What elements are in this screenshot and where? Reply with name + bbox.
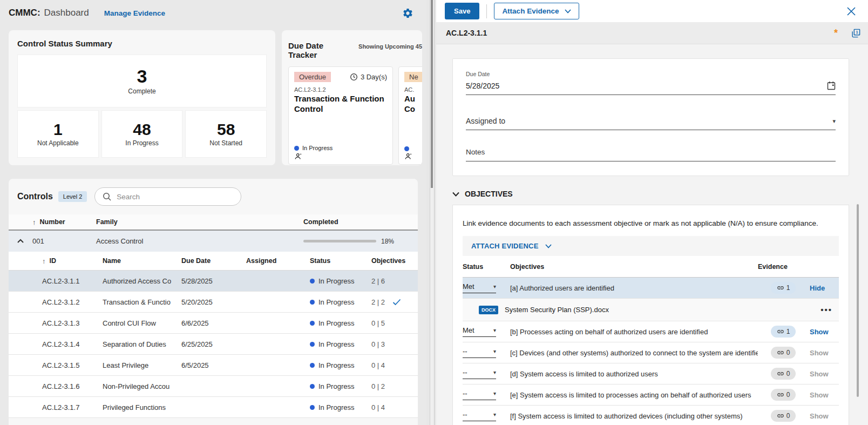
control-form-card: Due Date 5/28/2025 Assigned to ▾ — [452, 58, 849, 176]
due-date-column-header[interactable]: Due Date — [181, 257, 246, 265]
control-row-ac-l2-3-1-7[interactable]: AC.L2-3.1.7 Privileged Functions In Prog… — [9, 397, 418, 418]
assign-person-icon[interactable] — [404, 153, 422, 160]
in-progress-label: In Progress — [125, 139, 158, 147]
control-row-ac-l2-3-1-2[interactable]: AC.L2-3.1.2 Transaction & Functio 5/20/2… — [9, 292, 418, 313]
search-input[interactable] — [117, 193, 233, 201]
evidence-count-pill: 1 — [771, 326, 796, 338]
evidence-file-row[interactable]: DOCX System Security Plan (SSP).docx ••• — [463, 299, 839, 321]
more-menu-icon[interactable]: ••• — [820, 305, 832, 314]
summary-tiles: 1 Not Applicable 48 In Progress 58 Not S… — [17, 110, 267, 158]
status-select[interactable]: --▾ — [463, 347, 496, 358]
attach-evidence-dropdown[interactable]: ATTACH EVIDENCE — [463, 236, 839, 256]
control-row-ac-l2-3-1-6[interactable]: AC.L2-3.1.6 Non-Privileged Accou In Prog… — [9, 376, 418, 397]
objective-row-a[interactable]: Met▾ [a] Authorized users are identified… — [463, 278, 839, 299]
objective-row-c[interactable]: --▾ [c] Devices (and other systems) auth… — [463, 342, 839, 363]
not-applicable-tile: 1 Not Applicable — [17, 110, 99, 158]
link-icon — [777, 349, 784, 356]
assigned-to-label: Assigned to — [466, 117, 832, 125]
status-column-header[interactable]: Status — [310, 257, 371, 265]
status-select[interactable]: Met▾ — [463, 326, 496, 337]
evidence-count-pill: 0 — [771, 389, 796, 401]
objectives-heading: OBJECTIVES — [465, 190, 513, 198]
pages-1-icon[interactable]: 1 — [851, 28, 861, 38]
link-icon — [777, 328, 784, 335]
assign-person-icon[interactable] — [294, 153, 387, 160]
objective-row-d[interactable]: --▾ [d] System access is limited to auth… — [463, 363, 839, 384]
calendar-icon[interactable] — [827, 81, 836, 90]
attach-evidence-button[interactable]: Attach Evidence — [494, 3, 579, 19]
dropdown-caret-icon[interactable]: ▾ — [832, 118, 836, 125]
name-column-header[interactable]: Name — [103, 257, 181, 265]
objective-row-b[interactable]: Met▾ [b] Processes acting on behalf of a… — [463, 321, 839, 342]
objective-row-f[interactable]: --▾ [f] System access is limited to auth… — [463, 406, 839, 425]
status-select[interactable]: --▾ — [463, 368, 496, 379]
controls-card: Controls Level 2 ↑ Number Family — [9, 179, 418, 425]
link-icon — [777, 284, 784, 292]
family-row-access-control[interactable]: 001 Access Control 18% — [9, 231, 418, 252]
tracker-cards: Overdue 3 Day(s) AC.L2-3.1.2 Transaction… — [288, 66, 422, 165]
evidence-count-pill: 0 — [771, 410, 796, 422]
controls-table-header: ↑ Number Family Completed — [9, 214, 418, 231]
completed-column-header[interactable]: Completed — [303, 218, 418, 226]
evidence-count-pill: 1 — [771, 282, 796, 294]
assigned-column-header[interactable]: Assigned — [246, 257, 310, 265]
panel-title-bar: AC.L2-3.1.1 * 1 — [436, 22, 868, 44]
collapse-chevron-icon[interactable] — [9, 239, 32, 244]
show-evidence-link[interactable]: Show — [810, 412, 829, 420]
family-column-header[interactable]: Family — [96, 218, 303, 226]
show-evidence-link[interactable]: Show — [810, 391, 829, 399]
not-started-count: 58 — [217, 121, 235, 138]
panel-scrollbar-thumb[interactable] — [857, 204, 859, 397]
notes-label: Notes — [466, 148, 836, 161]
control-row-ac-l2-3-1-1[interactable]: AC.L2-3.1.1 Authorized Access Co 5/28/20… — [9, 271, 418, 292]
sort-number-header[interactable]: ↑ Number — [32, 218, 96, 226]
save-button[interactable]: Save — [445, 3, 479, 19]
control-row-ac-l2-3-1-3[interactable]: AC.L2-3.1.3 Control CUI Flow 6/6/2025 In… — [9, 313, 418, 334]
clock-icon — [350, 73, 358, 81]
due-date-field[interactable]: Due Date 5/28/2025 — [466, 71, 836, 95]
status-dot — [310, 279, 315, 284]
show-evidence-link[interactable]: Show — [810, 328, 829, 336]
panel-body: Due Date 5/28/2025 Assigned to ▾ — [436, 44, 868, 425]
id-column-header: ID — [50, 257, 57, 265]
complete-tile: 3 Complete — [17, 55, 267, 107]
objectives-column-header[interactable]: Objectives — [371, 257, 418, 265]
close-icon[interactable] — [846, 6, 856, 16]
notes-field[interactable]: Notes — [466, 148, 836, 161]
search-icon — [103, 192, 112, 201]
objectives-section-toggle[interactable]: OBJECTIVES — [452, 190, 849, 198]
status-select[interactable]: --▾ — [463, 410, 496, 421]
show-evidence-link[interactable]: Show — [810, 349, 829, 357]
due-date-value[interactable]: 5/28/2025 — [466, 82, 827, 90]
assigned-to-field[interactable]: Assigned to ▾ — [466, 113, 836, 130]
show-evidence-link[interactable]: Show — [810, 370, 829, 378]
controls-search[interactable] — [94, 187, 241, 206]
docx-badge: DOCX — [479, 306, 498, 314]
evidence-file-name: System Security Plan (SSP).docx — [505, 306, 609, 314]
toolbar-divider — [486, 4, 487, 18]
objective-row-e[interactable]: --▾ [e] System access is limited to proc… — [463, 384, 839, 406]
status-dot — [310, 342, 315, 347]
objectives-card: Link evidence documents to each assessme… — [452, 205, 849, 425]
status-dot — [310, 300, 315, 305]
controls-title: Controls — [17, 192, 53, 201]
sort-asc-icon: ↑ — [42, 257, 46, 265]
sort-id-header[interactable]: ↑ ID — [42, 257, 103, 265]
link-icon — [777, 370, 784, 377]
control-row-ac-l2-3-1-4[interactable]: AC.L2-3.1.4 Separation of Duties 6/25/20… — [9, 334, 418, 355]
due-in: 3 Day(s) — [350, 73, 387, 81]
status-select[interactable]: --▾ — [463, 389, 496, 400]
manage-evidence-link[interactable]: Manage Evidence — [104, 9, 165, 17]
status-select[interactable]: Met▾ — [463, 282, 496, 293]
left-scrollbar-thumb[interactable] — [431, 0, 433, 188]
tracker-card-next[interactable]: Ne AC. Au Co — [398, 66, 422, 165]
upcoming-badge: Ne — [404, 72, 422, 82]
not-started-tile: 58 Not Started — [185, 110, 267, 158]
settings-gear-icon[interactable] — [402, 8, 413, 19]
tracker-card-overdue[interactable]: Overdue 3 Day(s) AC.L2-3.1.2 Transaction… — [288, 66, 393, 165]
link-icon — [777, 412, 784, 420]
control-row-ac-l2-3-1-5[interactable]: AC.L2-3.1.5 Least Privilege 6/5/2025 In … — [9, 355, 418, 376]
objectives-column-header: Objectives — [510, 263, 758, 271]
hide-evidence-link[interactable]: Hide — [810, 284, 825, 292]
panel-control-id: AC.L2-3.1.1 — [446, 29, 487, 37]
